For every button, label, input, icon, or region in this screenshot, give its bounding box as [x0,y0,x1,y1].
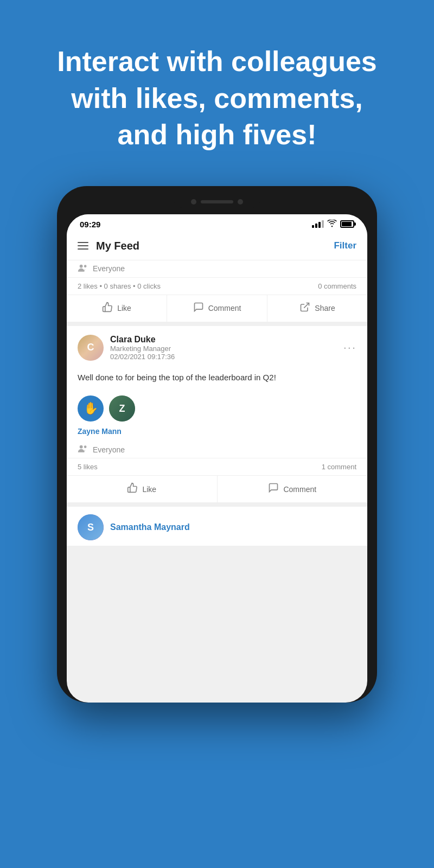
post2-body: Well done to for being the top of the le… [67,366,367,391]
post2-comment-button[interactable]: Comment [218,476,368,502]
post1-audience-row: Everyone [67,260,367,277]
post2-comment-icon [268,482,279,496]
post3-author-name: Samantha Maynard [110,522,190,532]
post2-comment-label: Comment [283,485,316,494]
post2-more-options[interactable]: ··· [343,341,356,355]
phone-mockup: 09:29 [0,186,434,703]
post1-like-button[interactable]: Like [67,295,167,322]
post3-header: S Samantha Maynard [67,507,367,546]
post3-avatar: S [78,514,104,540]
post1-share-label: Share [315,304,335,312]
post2-stats-right: 1 comment [322,463,356,471]
post2-header: C Clara Duke Marketing Manager 02/02/202… [67,326,367,366]
like-icon [102,302,113,315]
app-header: My Feed Filter [67,232,367,260]
phone-top-bar [67,196,367,212]
post-card-1: Everyone 2 likes • 0 shares • 0 clicks 0… [67,260,367,326]
post2-tagged-name: Zayne Mann [67,427,367,441]
post-card-2: C Clara Duke Marketing Manager 02/02/202… [67,326,367,507]
svg-point-3 [80,445,83,449]
post1-comment-button[interactable]: Comment [167,295,267,322]
post1-share-button[interactable]: Share [267,295,367,322]
people-icon [78,264,88,274]
svg-point-0 [80,265,83,268]
post2-audience-row: Everyone [67,441,367,458]
signal-bars-icon [312,220,324,228]
post2-author-date: 02/02/2021 09:17:36 [110,353,175,361]
hero-section: Interact with colleagues with likes, com… [0,0,434,175]
post2-avatar: C [78,335,104,361]
wifi-icon [327,220,337,229]
post2-stats-left: 5 likes [78,463,98,471]
phone-outer: 09:29 [57,186,377,703]
high-five-button[interactable]: ✋ [78,395,104,422]
post2-people-icon [78,444,88,455]
post2-like-label: Like [142,485,156,494]
post-card-3: S Samantha Maynard [67,507,367,550]
post1-stats: 2 likes • 0 shares • 0 clicks 0 comments [67,277,367,295]
post2-like-button[interactable]: Like [67,476,218,502]
post1-audience: Everyone [93,264,125,273]
phone-camera-2 [238,199,243,205]
phone-notch [174,196,260,208]
phone-camera [191,199,196,205]
filter-button[interactable]: Filter [334,240,356,251]
app-title: My Feed [96,240,139,252]
comment-icon [193,302,204,315]
hero-title: Interact with colleagues with likes, com… [43,43,391,154]
post2-author-name: Clara Duke [110,335,175,344]
post2-like-icon [127,482,138,496]
post1-like-label: Like [117,304,131,312]
menu-icon[interactable] [78,242,88,250]
share-icon [299,302,310,315]
svg-line-2 [304,303,309,308]
post2-actions: Like Comment [67,475,367,502]
status-time: 09:29 [80,220,100,229]
battery-icon [340,220,354,228]
svg-point-1 [84,265,87,267]
post1-stats-left: 2 likes • 0 shares • 0 clicks [78,282,161,290]
high-five-icon: ✋ [84,401,98,416]
post2-zayne-avatar: Z [109,395,135,422]
status-bar: 09:29 [67,214,367,232]
feed-content: Everyone 2 likes • 0 shares • 0 clicks 0… [67,260,367,551]
svg-point-4 [84,446,87,449]
post2-audience: Everyone [93,445,125,454]
phone-screen: 09:29 [67,214,367,703]
post2-author-role: Marketing Manager [110,344,175,353]
post1-comment-label: Comment [208,304,241,312]
post2-stats: 5 likes 1 comment [67,458,367,475]
post1-stats-right: 0 comments [318,282,356,290]
phone-speaker [201,200,233,203]
post1-actions: Like Comment [67,295,367,322]
post2-high-five: ✋ Z [67,390,367,427]
status-icons [312,220,354,229]
